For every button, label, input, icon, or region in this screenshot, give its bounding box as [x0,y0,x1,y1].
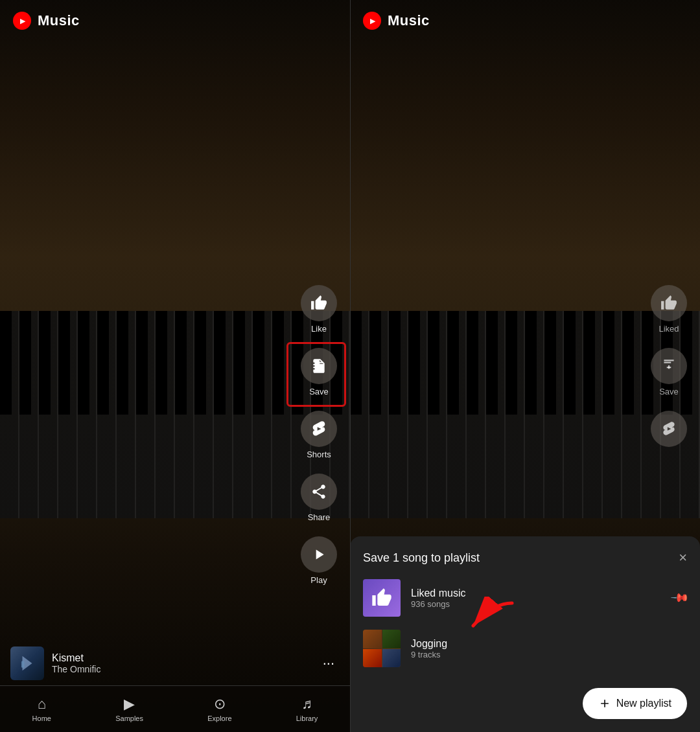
shorts-icon-container [301,411,337,447]
save-button-right[interactable]: Save [651,348,687,396]
jogging-playlist-count: 9 tracks [411,650,687,659]
action-buttons-right: Liked Save [651,285,687,447]
share-label: Share [308,512,331,522]
nav-library-label: Library [296,715,318,722]
svg-rect-3 [315,364,321,365]
piano-background-left [0,311,350,518]
header-left: Music [0,0,350,41]
explore-icon: ⊙ [214,696,226,713]
liked-playlist-info: Liked music 936 songs [411,588,673,609]
thumbs-up-icon-right [660,295,677,312]
play-label: Play [310,575,327,585]
save-label: Save [309,387,329,396]
youtube-music-logo-left [13,12,31,30]
song-thumbnail [10,646,44,680]
save-label-right: Save [659,387,679,396]
playlist-list: Liked music 936 songs 📌 [350,573,700,680]
nav-home-label: Home [32,715,51,722]
nav-explore[interactable]: ⊙ Explore [207,696,231,722]
song-artist: The Omnific [52,664,318,674]
playlist-modal: Save 1 song to playlist × Liked music 93… [350,536,700,732]
liked-playlist-thumbnail [363,579,401,617]
save-icon [310,358,327,374]
jogging-playlist-info: Jogging 9 tracks [411,638,687,659]
modal-header: Save 1 song to playlist × [350,536,700,573]
song-art-icon [18,654,37,673]
like-button[interactable]: Like [301,285,337,334]
nav-library[interactable]: ♬ Library [296,696,318,722]
save-button[interactable]: Save [301,348,337,396]
bottom-nav-left: ⌂ Home ▶ Samples ⊙ Explore ♬ Library [0,685,350,732]
liked-label-right: Liked [659,324,679,334]
modal-title: Save 1 song to playlist [363,551,480,565]
save-icon-right [660,358,677,374]
playlist-item-jogging[interactable]: Jogging 9 tracks [350,623,700,674]
share-icon-container [301,474,337,510]
new-playlist-button[interactable]: New playlist [583,688,687,719]
share-button[interactable]: Share [301,474,337,522]
new-playlist-label: New playlist [616,698,671,709]
svg-rect-2 [315,362,323,363]
playlist-item-liked[interactable]: Liked music 936 songs 📌 [350,573,700,623]
nav-samples-label: Samples [115,715,143,722]
shorts-button-right[interactable] [651,411,687,447]
nav-explore-label: Explore [207,715,231,722]
app-title-left: Music [38,12,80,29]
liked-icon-container-right [651,285,687,321]
panel-divider [350,0,351,732]
library-icon: ♬ [301,696,312,713]
thumb-up-icon-liked [371,588,392,608]
more-options-button[interactable]: ··· [318,650,340,677]
piano-background-right [350,311,700,518]
liked-playlist-count: 936 songs [411,599,673,609]
youtube-music-logo-right [363,12,381,30]
svg-rect-6 [664,360,673,361]
svg-rect-1 [316,367,321,368]
modal-close-button[interactable]: × [679,551,687,565]
song-title: Kismet [52,652,318,664]
play-icon-container [301,536,337,573]
nav-samples[interactable]: ▶ Samples [115,696,143,722]
play-icon [310,546,327,563]
action-buttons-left: Like Save [301,285,337,585]
song-bar: Kismet The Omnific ··· [0,646,350,680]
shorts-icon-right [660,420,677,437]
home-icon: ⌂ [38,696,46,713]
play-button[interactable]: Play [301,536,337,585]
save-icon-container [301,348,337,384]
nav-home[interactable]: ⌂ Home [32,696,51,722]
plus-icon [598,697,611,710]
svg-rect-9 [667,367,671,368]
like-icon-container [301,285,337,321]
song-thumb-art [10,646,44,680]
jogging-playlist-thumbnail [363,630,401,667]
svg-rect-5 [21,661,25,668]
shorts-button[interactable]: Shorts [301,411,337,459]
left-panel: Music Like [0,0,350,732]
shorts-label: Shorts [307,450,331,459]
right-panel: Music Liked Save [350,0,700,732]
share-icon [310,483,327,500]
thumbs-up-icon [310,295,327,312]
red-arrow-svg [454,597,525,635]
red-arrow [454,597,525,638]
shorts-icon-container-right [651,411,687,447]
jogging-playlist-name: Jogging [411,638,687,650]
jogging-thumb-art [363,630,401,667]
pin-icon-liked: 📌 [670,588,690,608]
save-icon-container-right [651,348,687,384]
liked-playlist-name: Liked music [411,588,673,599]
shorts-icon [310,420,328,438]
samples-icon: ▶ [124,696,135,713]
header-right: Music [350,0,700,41]
liked-thumb-art [363,579,401,617]
like-label: Like [311,324,327,334]
song-info: Kismet The Omnific [52,652,318,674]
svg-rect-7 [664,362,671,363]
new-playlist-row: New playlist [350,680,700,732]
app-title-right: Music [388,12,430,29]
liked-button-right[interactable]: Liked [651,285,687,334]
